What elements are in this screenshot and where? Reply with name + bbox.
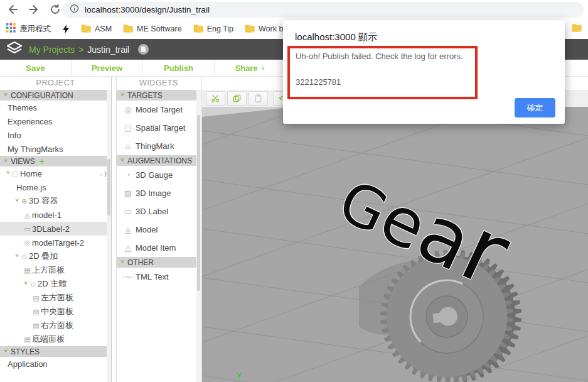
widget-thingmark[interactable]: ⌂ThingMark	[117, 137, 201, 155]
sidebar-item-model-1[interactable]: ◬model-1	[0, 208, 111, 222]
breadcrumb-separator: >	[78, 45, 83, 55]
cut-icon	[211, 94, 220, 103]
back-icon[interactable]	[6, 3, 19, 16]
preview-button[interactable]: Preview	[72, 60, 143, 76]
widget-tml-text[interactable]: <TML>TML Text	[117, 268, 201, 286]
widget-group-other[interactable]: >OTHER	[117, 257, 201, 268]
chevron-down-icon[interactable]: >	[119, 92, 126, 98]
widget-3d-gauge[interactable]: ◔3D Gauge	[117, 166, 201, 184]
scrollbar-thumb[interactable]	[107, 159, 110, 216]
chevron-down-icon[interactable]: >	[119, 158, 126, 163]
apps-shortcut[interactable]: 應用程式	[6, 23, 51, 35]
sidebar-item-2d[interactable]: >◇2D 疊加	[0, 249, 111, 263]
page-info-icon[interactable]	[70, 4, 79, 16]
section-label: AUGMENTATIONS	[127, 156, 192, 165]
widget-group-augmentations[interactable]: >AUGMENTATIONS	[117, 155, 201, 166]
share-button[interactable]: Share ∨	[215, 60, 286, 76]
widget-3d-image[interactable]: ▨3D Image	[117, 184, 201, 202]
navigate-icon[interactable]: →)	[97, 170, 107, 177]
project-info-icon[interactable]	[138, 44, 149, 55]
section-views[interactable]: >VIEWS+	[0, 156, 111, 166]
reload-icon[interactable]	[49, 3, 61, 16]
tree-item-label: Themes	[8, 103, 37, 112]
bookmark-label: ASM	[95, 25, 112, 33]
chevron-down-icon[interactable]: >	[119, 259, 126, 265]
sidebar-item-my-thingmarks[interactable]: My ThingMarks	[0, 142, 111, 156]
cut-button[interactable]	[206, 91, 225, 106]
panel-icon: ▤	[23, 266, 32, 275]
project-scrollbar[interactable]	[107, 90, 111, 382]
breadcrumb-my-projects[interactable]: My Projects	[29, 45, 75, 55]
sidebar-item-info[interactable]: Info	[0, 128, 111, 142]
dialog-title: localhost:3000 顯示	[295, 31, 377, 43]
paste-button[interactable]	[249, 91, 268, 106]
section-label: STYLES	[11, 347, 40, 356]
model-icon: ◬	[23, 211, 32, 219]
folder-icon	[123, 24, 133, 35]
widget-3d-label[interactable]: ▭3D Label	[117, 202, 201, 221]
container-3d-icon: ⊕	[19, 197, 29, 205]
chevron-down-icon[interactable]: >	[14, 199, 20, 204]
widgets-scrollbar[interactable]	[196, 90, 201, 382]
chevron-down-icon[interactable]: >	[5, 171, 11, 177]
sidebar-item-2d[interactable]: >◇2D 主體	[0, 277, 111, 291]
tree-item-label: 左方面板	[41, 292, 73, 303]
tree-item-label: modelTarget-2	[32, 238, 84, 248]
copy-button[interactable]	[227, 91, 247, 106]
widget-spatial-target[interactable]: ▢Spatial Target	[117, 119, 201, 137]
paste-icon	[254, 94, 263, 103]
chevron-down-icon[interactable]: >	[23, 281, 29, 287]
chevron-down-icon[interactable]: >	[3, 92, 9, 98]
add-view-button[interactable]: +	[40, 156, 45, 166]
folder-icon	[193, 24, 203, 35]
tree-item-label: Home	[20, 169, 42, 178]
bookmark-folder-icon[interactable]	[572, 23, 582, 34]
sidebar-item-3d[interactable]: >⊕3D 容器	[0, 194, 111, 208]
section-styles[interactable]: >STYLES	[0, 346, 111, 357]
widget-model[interactable]: ◬Model	[117, 221, 201, 239]
tree-item-label: 右方面板	[41, 320, 73, 331]
url-text[interactable]: localhost:3000/design/Justin_trail	[85, 5, 210, 14]
dialog-error-code: 3221225781	[296, 77, 341, 87]
sidebar-item-modeltarget-2[interactable]: ◎modelTarget-2	[0, 236, 111, 249]
bookmark-folder-me-software[interactable]: ME Software	[123, 24, 182, 35]
sidebar-item-experiences[interactable]: Experiences	[0, 114, 111, 128]
publish-button[interactable]: Publish	[143, 60, 215, 76]
widget-label: Model	[136, 225, 158, 234]
sidebar-item-item[interactable]: ▤底端面板	[0, 332, 111, 346]
scrollbar-thumb[interactable]	[197, 115, 200, 291]
sidebar-item-item[interactable]: ▤中央面板	[0, 305, 111, 319]
sidebar-item-item[interactable]: ▤右方面板	[0, 319, 111, 332]
section-configuration[interactable]: >CONFIGURATION	[0, 90, 111, 101]
tree-item-label: 3D 容器	[29, 195, 58, 207]
widget-group-targets[interactable]: >TARGETS	[117, 90, 201, 101]
sidebar-item-3dlabel-2[interactable]: ▭3DLabel-2	[0, 222, 111, 236]
model-item-icon: △	[120, 243, 136, 253]
chevron-down-icon[interactable]: >	[3, 349, 9, 354]
bookmark-lightning[interactable]	[62, 25, 70, 34]
chevron-down-icon[interactable]: >	[3, 158, 9, 164]
address-bar[interactable]: localhost:3000/design/Justin_trail	[62, 2, 584, 18]
chevron-down-icon[interactable]: >	[14, 254, 20, 259]
3d-viewport[interactable]: Gear Y	[202, 107, 588, 382]
tree-item-label: 2D 疊加	[29, 251, 58, 262]
forward-icon[interactable]	[28, 3, 40, 16]
bookmark-folder-asm[interactable]: ASM	[81, 24, 112, 35]
sidebar-item-application[interactable]: Application	[0, 357, 111, 371]
bookmark-folder-eng-tip[interactable]: Eng Tip	[193, 24, 233, 35]
tree-item-label: My ThingMarks	[8, 145, 63, 154]
sidebar-item-home-js[interactable]: Home.js	[0, 180, 111, 194]
widget-label: TML Text	[136, 272, 169, 281]
save-button[interactable]: Save	[0, 60, 72, 76]
sidebar-item-item[interactable]: ▤左方面板	[0, 291, 111, 305]
section-label: TARGETS	[127, 91, 163, 100]
widget-model-item[interactable]: △Model Item	[117, 239, 201, 257]
sidebar-item-themes[interactable]: Themes	[0, 101, 111, 114]
widget-model-target[interactable]: ◎Model Target	[117, 101, 201, 119]
sidebar-item-item[interactable]: ▤上方面板	[0, 263, 111, 277]
tree-item-label: 2D 主體	[38, 278, 67, 290]
panel-icon: ▤	[31, 308, 41, 316]
confirm-button[interactable]: 確定	[515, 98, 555, 117]
sidebar-item-home[interactable]: >▢Home→)	[0, 166, 111, 180]
bookmark-folder-work[interactable]: Work bo	[245, 24, 287, 35]
